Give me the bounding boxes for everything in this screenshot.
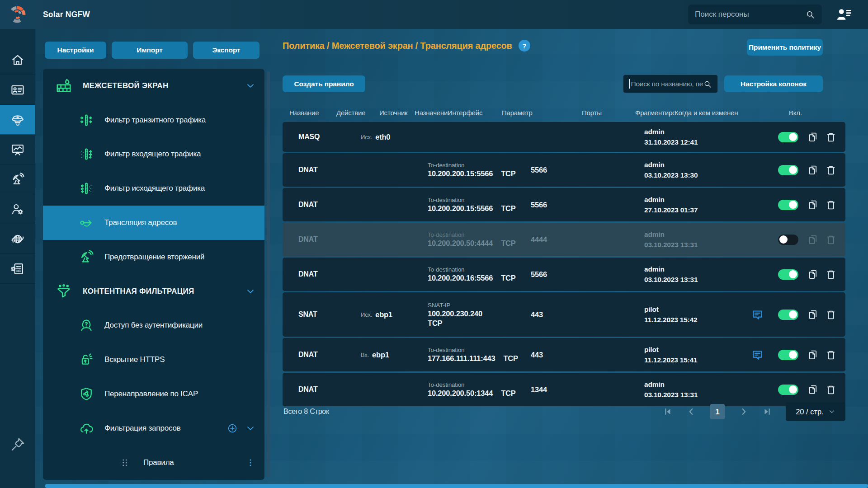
modified-date: 11.12.2023 15:41 xyxy=(644,355,751,365)
topbar: Solar NGFW xyxy=(0,0,868,29)
enable-toggle[interactable] xyxy=(778,350,798,360)
col-header-0[interactable]: Название xyxy=(283,109,336,117)
trash-icon[interactable] xyxy=(825,268,837,280)
tree-item-unauthenticated-access[interactable]: Доступ без аутентификации xyxy=(43,309,264,343)
first-page-icon[interactable] xyxy=(663,407,673,417)
tree-section-firewall[interactable]: МЕЖСЕТЕВОЙ ЭКРАН xyxy=(43,69,264,103)
copy-icon[interactable] xyxy=(807,234,819,245)
comment-icon[interactable] xyxy=(751,348,764,361)
toggle-cell xyxy=(778,385,807,395)
col-header-8[interactable]: Когда и кем изменен xyxy=(675,109,789,117)
last-page-icon[interactable] xyxy=(762,407,772,417)
enable-toggle[interactable] xyxy=(778,165,798,175)
enable-toggle[interactable] xyxy=(778,269,798,280)
account-icon[interactable] xyxy=(833,6,854,23)
chevron-down-icon[interactable] xyxy=(245,286,255,296)
rule-modified: admin31.10.2023 12:41 xyxy=(644,127,751,148)
col-header-4[interactable]: Интерфейс xyxy=(448,109,502,117)
table-row[interactable]: MASQИсх.eth0admin31.10.2023 12:41 xyxy=(283,122,845,152)
tree-item-intrusion-prevention[interactable]: Предотвращение вторжений xyxy=(43,240,264,274)
person-search-input[interactable] xyxy=(695,10,802,19)
trash-icon[interactable] xyxy=(825,309,837,320)
create-rule-button[interactable]: Создать правило xyxy=(283,75,365,92)
rail-item-settings[interactable] xyxy=(0,254,35,284)
prev-page-icon[interactable] xyxy=(686,407,696,417)
toggle-knob xyxy=(789,351,797,359)
copy-icon[interactable] xyxy=(807,131,819,143)
rail-item-contacts[interactable] xyxy=(0,75,35,105)
tree-item-rules[interactable]: Правила xyxy=(43,446,264,480)
col-header-9[interactable]: Вкл. xyxy=(789,109,845,117)
delete-cell xyxy=(825,309,845,320)
tree-section-content-filtering[interactable]: КОНТЕНТНАЯ ФИЛЬТРАЦИЯ xyxy=(43,274,264,309)
tree-item-request-filtering[interactable]: Фильтрация запросов xyxy=(43,411,264,446)
rail-item-network[interactable] xyxy=(0,224,35,254)
table-row[interactable]: DNATTo-destination10.200.200.15:5566TCP5… xyxy=(283,188,845,221)
copy-icon[interactable] xyxy=(807,309,819,320)
import-button[interactable]: Импорт xyxy=(112,42,188,59)
table-row[interactable]: DNATTo-destination10.200.200.50:4444TCP4… xyxy=(283,223,845,256)
help-icon[interactable]: ? xyxy=(519,40,530,52)
tree-item-transit-traffic-filter[interactable]: Фильтр транзитного трафика xyxy=(43,103,264,137)
col-header-5[interactable]: Параметр xyxy=(502,109,582,117)
rail-item-intrusion-prevention[interactable] xyxy=(0,164,35,194)
trash-icon[interactable] xyxy=(825,349,837,361)
copy-icon[interactable] xyxy=(807,349,819,361)
table-row[interactable]: DNATTo-destination10.200.200.50:1344TCP1… xyxy=(283,373,845,406)
tree-item-https-inspection[interactable]: Вскрытие HTTPS xyxy=(43,343,264,377)
table-row[interactable]: SNATИсх.ebp1SNAT-IP100.200.230.240TCP443… xyxy=(283,292,845,337)
horizontal-scrollbar[interactable] xyxy=(45,484,868,488)
copy-icon[interactable] xyxy=(807,384,819,395)
trash-icon[interactable] xyxy=(825,234,837,245)
export-button[interactable]: Экспорт xyxy=(193,42,259,59)
enable-toggle[interactable] xyxy=(778,385,798,395)
enable-toggle[interactable] xyxy=(778,132,798,142)
toggle-cell xyxy=(778,350,807,360)
table-row[interactable]: DNATTo-destination10.200.200.16:5566TCP5… xyxy=(283,258,845,291)
param-label: To-destination xyxy=(428,266,526,273)
col-header-6[interactable]: Порты xyxy=(582,109,635,117)
col-header-7[interactable]: Фрагментировать xyxy=(635,109,675,117)
chevron-down-icon[interactable] xyxy=(245,81,255,91)
table-search-input[interactable] xyxy=(631,80,703,88)
next-page-icon[interactable] xyxy=(739,407,749,417)
rail-item-monitoring[interactable] xyxy=(0,135,35,164)
apply-policy-button[interactable]: Применить политику xyxy=(747,39,823,56)
rail-item-user-management[interactable] xyxy=(0,194,35,224)
copy-icon[interactable] xyxy=(807,199,819,211)
table-row[interactable]: DNATВх.ebp1To-destination177.166.111.111… xyxy=(283,338,845,371)
param-label: To-destination xyxy=(428,162,526,169)
add-icon[interactable] xyxy=(227,423,238,434)
current-page[interactable]: 1 xyxy=(710,404,725,419)
enable-toggle[interactable] xyxy=(778,235,798,245)
ips-icon xyxy=(79,249,94,265)
columns-settings-button[interactable]: Настройка колонок xyxy=(724,75,823,92)
col-header-2[interactable]: Источник xyxy=(379,109,415,117)
comment-icon[interactable] xyxy=(751,308,764,321)
table-row[interactable]: DNATTo-destination10.200.200.15:5566TCP5… xyxy=(283,153,845,187)
kebab-menu-icon[interactable] xyxy=(245,458,255,468)
trash-icon[interactable] xyxy=(825,199,837,211)
tree-scrollbar[interactable] xyxy=(267,71,270,477)
tree-item-icap-redirect[interactable]: Перенаправление по ICAP xyxy=(43,377,264,411)
chevron-down-icon[interactable] xyxy=(245,423,255,433)
trash-icon[interactable] xyxy=(825,164,837,176)
tree-item-address-translation[interactable]: Трансляция адресов xyxy=(43,206,264,240)
col-header-1[interactable]: Действие xyxy=(336,109,379,117)
trash-icon[interactable] xyxy=(825,131,837,143)
rule-modified: admin03.10.2023 13:31 xyxy=(644,229,751,250)
enable-toggle[interactable] xyxy=(778,310,798,320)
col-header-3[interactable]: Назначение xyxy=(415,109,448,117)
rail-item-home[interactable] xyxy=(0,45,35,75)
page-size-select[interactable]: 20 / стр. xyxy=(786,402,845,421)
settings-button[interactable]: Настройки xyxy=(45,42,106,59)
tree-item-outgoing-traffic-filter[interactable]: Фильтр исходящего трафика xyxy=(43,171,264,206)
rail-item-policy[interactable] xyxy=(0,105,35,135)
tree-item-incoming-traffic-filter[interactable]: Фильтр входящего трафика xyxy=(43,137,264,172)
enable-toggle[interactable] xyxy=(778,200,798,210)
pin-icon[interactable] xyxy=(9,436,26,453)
trash-icon[interactable] xyxy=(825,384,837,395)
copy-icon[interactable] xyxy=(807,268,819,280)
copy-icon[interactable] xyxy=(807,164,819,176)
rule-interface: Вх.ebp1 xyxy=(361,351,428,359)
